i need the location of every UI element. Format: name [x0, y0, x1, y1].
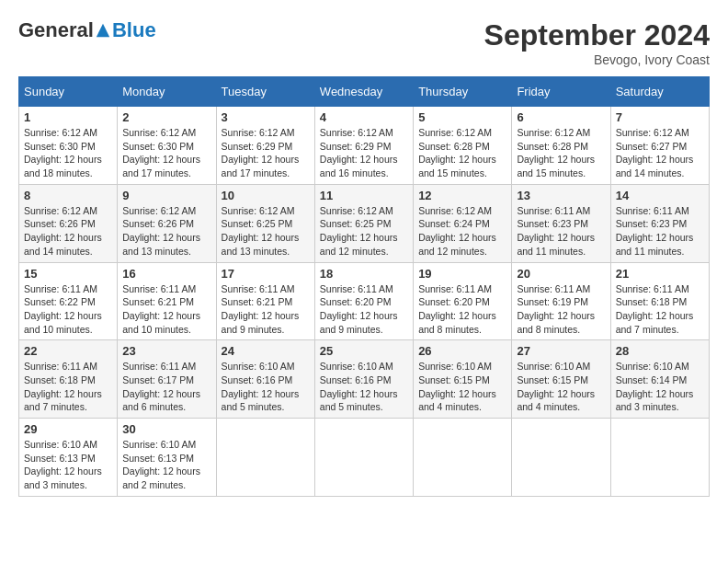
day-number: 12 — [418, 189, 506, 202]
calendar-cell — [512, 419, 610, 497]
calendar-cell: 10 Sunrise: 6:12 AMSunset: 6:25 PMDaylig… — [216, 184, 314, 262]
calendar-week-row: 29 Sunrise: 6:10 AMSunset: 6:13 PMDaylig… — [19, 419, 710, 497]
day-info: Sunrise: 6:10 AMSunset: 6:14 PMDaylight:… — [616, 361, 694, 412]
calendar-cell: 12 Sunrise: 6:12 AMSunset: 6:24 PMDaylig… — [414, 184, 512, 262]
day-info: Sunrise: 6:11 AMSunset: 6:23 PMDaylight:… — [616, 205, 694, 257]
calendar-cell: 18 Sunrise: 6:11 AMSunset: 6:20 PMDaylig… — [314, 262, 413, 340]
calendar-cell — [216, 419, 314, 497]
calendar-cell: 24 Sunrise: 6:10 AMSunset: 6:16 PMDaylig… — [216, 340, 314, 419]
col-header-tuesday: Tuesday — [216, 77, 314, 107]
day-number: 9 — [122, 189, 210, 202]
day-info: Sunrise: 6:12 AMSunset: 6:30 PMDaylight:… — [122, 127, 200, 178]
calendar-week-row: 22 Sunrise: 6:11 AMSunset: 6:18 PMDaylig… — [19, 340, 710, 419]
day-number: 25 — [320, 344, 408, 358]
header: General Blue September 2024 Bevogo, Ivor… — [18, 18, 710, 67]
calendar-cell: 8 Sunrise: 6:12 AMSunset: 6:26 PMDayligh… — [19, 184, 118, 262]
col-header-friday: Friday — [512, 77, 610, 107]
day-number: 15 — [24, 267, 112, 281]
day-number: 28 — [616, 344, 704, 358]
calendar-week-row: 1 Sunrise: 6:12 AMSunset: 6:30 PMDayligh… — [19, 107, 710, 185]
day-info: Sunrise: 6:11 AMSunset: 6:21 PMDaylight:… — [222, 283, 300, 335]
day-info: Sunrise: 6:12 AMSunset: 6:26 PMDaylight:… — [24, 205, 102, 257]
day-info: Sunrise: 6:10 AMSunset: 6:16 PMDaylight:… — [320, 361, 398, 412]
calendar-cell: 4 Sunrise: 6:12 AMSunset: 6:29 PMDayligh… — [314, 107, 413, 185]
day-number: 7 — [616, 110, 704, 124]
logo-icon — [95, 22, 111, 39]
day-info: Sunrise: 6:12 AMSunset: 6:27 PMDaylight:… — [616, 127, 694, 178]
day-number: 21 — [616, 267, 704, 281]
day-info: Sunrise: 6:11 AMSunset: 6:18 PMDaylight:… — [24, 361, 102, 412]
day-info: Sunrise: 6:11 AMSunset: 6:19 PMDaylight:… — [517, 283, 595, 335]
col-header-sunday: Sunday — [19, 77, 118, 107]
day-number: 6 — [517, 110, 605, 124]
day-number: 2 — [122, 110, 210, 124]
col-header-thursday: Thursday — [414, 77, 512, 107]
calendar-week-row: 8 Sunrise: 6:12 AMSunset: 6:26 PMDayligh… — [19, 184, 710, 262]
calendar-cell: 9 Sunrise: 6:12 AMSunset: 6:26 PMDayligh… — [118, 184, 216, 262]
calendar-week-row: 15 Sunrise: 6:11 AMSunset: 6:22 PMDaylig… — [19, 262, 710, 340]
calendar-cell: 19 Sunrise: 6:11 AMSunset: 6:20 PMDaylig… — [414, 262, 512, 340]
calendar-cell: 17 Sunrise: 6:11 AMSunset: 6:21 PMDaylig… — [216, 262, 314, 340]
day-number: 27 — [517, 344, 605, 358]
calendar-cell: 25 Sunrise: 6:10 AMSunset: 6:16 PMDaylig… — [314, 340, 413, 419]
logo-general: General — [18, 18, 94, 42]
month-title: September 2024 — [484, 18, 710, 52]
logo-blue: Blue — [112, 18, 156, 42]
calendar-cell: 1 Sunrise: 6:12 AMSunset: 6:30 PMDayligh… — [19, 107, 118, 185]
day-info: Sunrise: 6:10 AMSunset: 6:13 PMDaylight:… — [122, 439, 200, 490]
calendar-cell: 23 Sunrise: 6:11 AMSunset: 6:17 PMDaylig… — [118, 340, 216, 419]
day-info: Sunrise: 6:11 AMSunset: 6:17 PMDaylight:… — [122, 361, 200, 412]
logo: General Blue — [18, 18, 156, 42]
calendar-cell: 16 Sunrise: 6:11 AMSunset: 6:21 PMDaylig… — [118, 262, 216, 340]
calendar-cell: 27 Sunrise: 6:10 AMSunset: 6:15 PMDaylig… — [512, 340, 610, 419]
day-info: Sunrise: 6:12 AMSunset: 6:25 PMDaylight:… — [222, 205, 300, 257]
calendar-cell: 15 Sunrise: 6:11 AMSunset: 6:22 PMDaylig… — [19, 262, 118, 340]
day-number: 11 — [320, 189, 408, 202]
calendar-cell: 22 Sunrise: 6:11 AMSunset: 6:18 PMDaylig… — [19, 340, 118, 419]
calendar-cell: 13 Sunrise: 6:11 AMSunset: 6:23 PMDaylig… — [512, 184, 610, 262]
col-header-wednesday: Wednesday — [314, 77, 413, 107]
day-info: Sunrise: 6:12 AMSunset: 6:28 PMDaylight:… — [517, 127, 595, 178]
day-info: Sunrise: 6:12 AMSunset: 6:24 PMDaylight:… — [418, 205, 496, 257]
calendar-cell: 5 Sunrise: 6:12 AMSunset: 6:28 PMDayligh… — [414, 107, 512, 185]
day-number: 13 — [517, 189, 605, 202]
title-area: September 2024 Bevogo, Ivory Coast — [484, 18, 710, 67]
day-number: 26 — [418, 344, 506, 358]
day-number: 18 — [320, 267, 408, 281]
day-info: Sunrise: 6:11 AMSunset: 6:22 PMDaylight:… — [24, 283, 102, 335]
calendar-header-row: SundayMondayTuesdayWednesdayThursdayFrid… — [19, 77, 710, 107]
day-info: Sunrise: 6:12 AMSunset: 6:29 PMDaylight:… — [320, 127, 398, 178]
calendar-cell: 29 Sunrise: 6:10 AMSunset: 6:13 PMDaylig… — [19, 419, 118, 497]
day-info: Sunrise: 6:11 AMSunset: 6:21 PMDaylight:… — [122, 283, 200, 335]
day-number: 29 — [24, 422, 112, 436]
day-number: 23 — [122, 344, 210, 358]
col-header-saturday: Saturday — [610, 77, 709, 107]
day-info: Sunrise: 6:12 AMSunset: 6:30 PMDaylight:… — [24, 127, 102, 178]
day-number: 8 — [24, 189, 112, 202]
day-number: 17 — [222, 267, 310, 281]
day-number: 14 — [616, 189, 704, 202]
day-info: Sunrise: 6:10 AMSunset: 6:15 PMDaylight:… — [418, 361, 496, 412]
calendar-cell — [414, 419, 512, 497]
day-info: Sunrise: 6:11 AMSunset: 6:18 PMDaylight:… — [616, 283, 694, 335]
calendar-cell: 20 Sunrise: 6:11 AMSunset: 6:19 PMDaylig… — [512, 262, 610, 340]
day-number: 22 — [24, 344, 112, 358]
day-number: 24 — [222, 344, 310, 358]
day-number: 20 — [517, 267, 605, 281]
col-header-monday: Monday — [118, 77, 216, 107]
calendar-table: SundayMondayTuesdayWednesdayThursdayFrid… — [18, 76, 710, 497]
day-number: 30 — [122, 422, 210, 436]
day-info: Sunrise: 6:10 AMSunset: 6:15 PMDaylight:… — [517, 361, 595, 412]
day-info: Sunrise: 6:10 AMSunset: 6:13 PMDaylight:… — [24, 439, 102, 490]
day-info: Sunrise: 6:11 AMSunset: 6:20 PMDaylight:… — [320, 283, 398, 335]
day-number: 1 — [24, 110, 112, 124]
calendar-cell: 14 Sunrise: 6:11 AMSunset: 6:23 PMDaylig… — [610, 184, 709, 262]
day-info: Sunrise: 6:11 AMSunset: 6:20 PMDaylight:… — [418, 283, 496, 335]
calendar-cell: 3 Sunrise: 6:12 AMSunset: 6:29 PMDayligh… — [216, 107, 314, 185]
day-info: Sunrise: 6:12 AMSunset: 6:29 PMDaylight:… — [222, 127, 300, 178]
svg-marker-0 — [97, 24, 109, 37]
day-info: Sunrise: 6:11 AMSunset: 6:23 PMDaylight:… — [517, 205, 595, 257]
calendar-cell: 30 Sunrise: 6:10 AMSunset: 6:13 PMDaylig… — [118, 419, 216, 497]
calendar-cell: 7 Sunrise: 6:12 AMSunset: 6:27 PMDayligh… — [610, 107, 709, 185]
calendar-cell: 28 Sunrise: 6:10 AMSunset: 6:14 PMDaylig… — [610, 340, 709, 419]
